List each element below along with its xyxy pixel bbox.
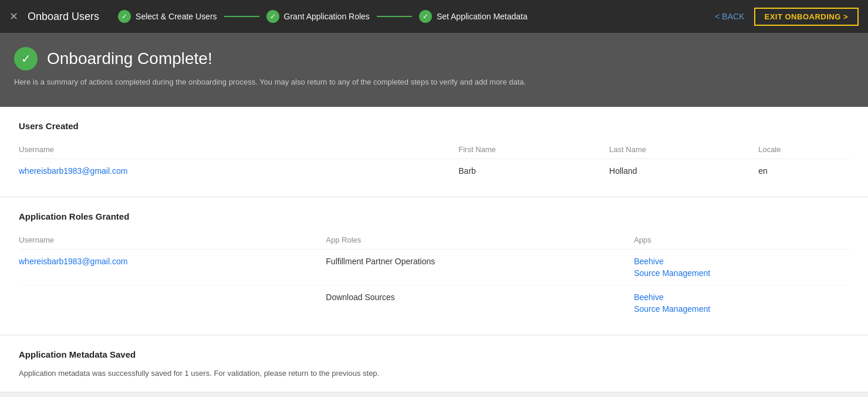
app-link-beehive-2[interactable]: Beehive	[634, 292, 849, 302]
col-app-roles: App Roles	[326, 231, 634, 250]
role-username-2	[19, 285, 326, 321]
app-link-source-mgmt-2[interactable]: Source Management	[634, 304, 849, 314]
steps-container: ✓ Select & Create Users ✓ Grant Applicat…	[118, 10, 715, 23]
app-link-beehive-1[interactable]: Beehive	[634, 257, 849, 266]
hero-check-icon: ✓	[14, 47, 38, 70]
exit-onboarding-button[interactable]: EXIT ONBOARDING >	[754, 8, 859, 26]
app-link-source-mgmt-1[interactable]: Source Management	[634, 268, 849, 278]
hero-title: Onboarding Complete!	[47, 49, 212, 68]
step-3-label: Set Application Metadata	[437, 12, 528, 21]
user-lastname: Holland	[609, 159, 758, 183]
col-lastname: Last Name	[609, 140, 758, 159]
header: ✕ Onboard Users ✓ Select & Create Users …	[0, 0, 868, 33]
header-actions: < BACK EXIT ONBOARDING >	[715, 8, 859, 26]
users-table-header-row: Username First Name Last Name Locale	[19, 140, 849, 159]
step-1-label: Select & Create Users	[136, 12, 217, 21]
step-3-check: ✓	[419, 10, 432, 23]
user-username[interactable]: whereisbarb1983@gmail.com	[19, 159, 458, 183]
hero-title-row: ✓ Onboarding Complete!	[14, 47, 854, 70]
col-locale: Locale	[758, 140, 849, 159]
role-name: Fulfillment Partner Operations	[326, 249, 634, 285]
step-2: ✓ Grant Application Roles	[266, 10, 370, 23]
step-1-check: ✓	[118, 10, 131, 23]
col-username: Username	[19, 140, 458, 159]
back-button[interactable]: < BACK	[715, 12, 744, 21]
metadata-section: Application Metadata Saved Application m…	[0, 335, 868, 392]
hero-subtitle: Here is a summary of actions completed d…	[14, 76, 854, 88]
users-created-section: Users Created Username First Name Last N…	[0, 107, 868, 197]
users-created-table: Username First Name Last Name Locale whe…	[19, 140, 849, 183]
user-locale: en	[758, 159, 849, 183]
metadata-title: Application Metadata Saved	[19, 349, 849, 359]
col-apps: Apps	[634, 231, 849, 250]
metadata-note: Application metadata was successfully sa…	[19, 369, 849, 378]
app-roles-title: Application Roles Granted	[19, 211, 849, 221]
role-apps-2: Beehive Source Management	[634, 285, 849, 321]
hero-section: ✓ Onboarding Complete! Here is a summary…	[0, 33, 868, 107]
role-name-2: Download Sources	[326, 285, 634, 321]
col-firstname: First Name	[458, 140, 609, 159]
app-roles-table: Username App Roles Apps whereisbarb1983@…	[19, 231, 849, 321]
table-row: Download Sources Beehive Source Manageme…	[19, 285, 849, 321]
page-title: Onboard Users	[28, 11, 99, 23]
app-roles-section: Application Roles Granted Username App R…	[0, 197, 868, 335]
role-apps: Beehive Source Management	[634, 249, 849, 285]
users-created-title: Users Created	[19, 121, 849, 131]
user-firstname: Barb	[458, 159, 609, 183]
step-1: ✓ Select & Create Users	[118, 10, 217, 23]
main-content: Users Created Username First Name Last N…	[0, 107, 868, 392]
step-3: ✓ Set Application Metadata	[419, 10, 528, 23]
step-connector-1	[224, 16, 259, 17]
close-icon[interactable]: ✕	[9, 10, 18, 23]
step-2-check: ✓	[266, 10, 279, 23]
roles-table-header-row: Username App Roles Apps	[19, 231, 849, 250]
table-row: whereisbarb1983@gmail.com Barb Holland e…	[19, 159, 849, 183]
step-2-label: Grant Application Roles	[284, 12, 370, 21]
table-row: whereisbarb1983@gmail.com Fulfillment Pa…	[19, 249, 849, 285]
role-username[interactable]: whereisbarb1983@gmail.com	[19, 249, 326, 285]
step-connector-2	[377, 16, 412, 17]
col-roles-username: Username	[19, 231, 326, 250]
